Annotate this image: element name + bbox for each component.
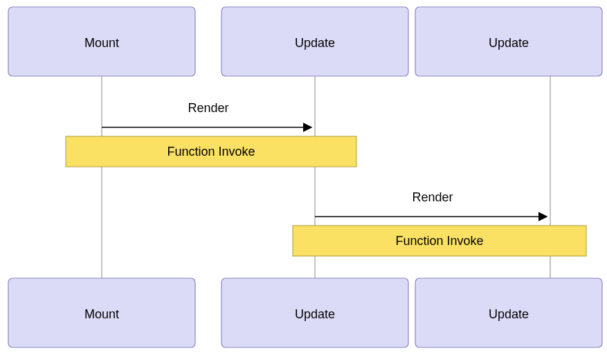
participant-p3-bottom: Update [415, 278, 602, 347]
participant-p1-bottom-label: Mount [84, 307, 119, 321]
participant-p1-bottom: Mount [8, 278, 195, 347]
note-n1-label: Function Invoke [167, 145, 255, 158]
participant-p3-bottom-label: Update [489, 307, 529, 321]
participant-p3-top: Update [415, 7, 602, 76]
participant-p3-top-label: Update [489, 36, 529, 50]
participant-p1-top: Mount [8, 7, 195, 76]
participant-p2-top: Update [221, 7, 408, 76]
participant-p1-top-label: Mount [84, 36, 119, 50]
participant-p2-bottom-label: Update [295, 307, 335, 321]
message-m1-label: Render [188, 101, 228, 115]
message-m2-label: Render [412, 190, 453, 204]
note-n2-label: Function Invoke [395, 234, 483, 248]
participant-p2-top-label: Update [295, 36, 335, 50]
sequence-diagram: Mount Update Update Render Function Invo… [0, 0, 607, 364]
note-n1: Function Invoke [66, 136, 356, 167]
participant-p2-bottom: Update [221, 278, 408, 347]
note-n2: Function Invoke [293, 226, 586, 256]
